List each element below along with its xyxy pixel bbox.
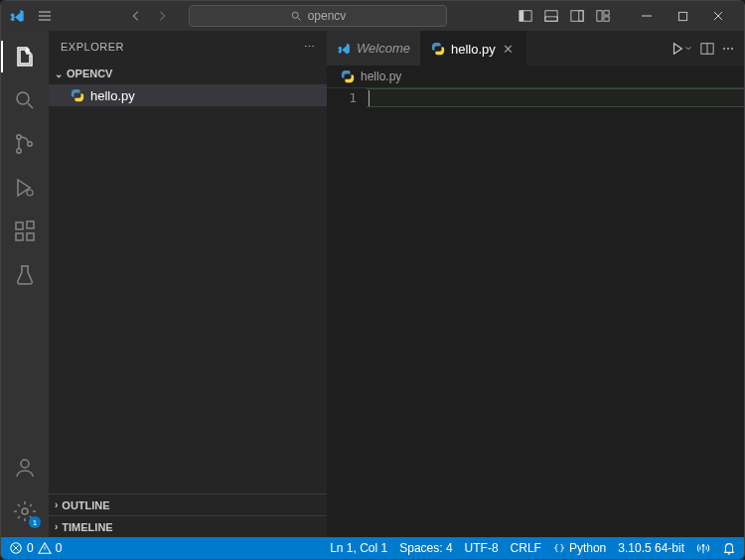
chevron-down-icon: ⌄ — [55, 69, 63, 79]
command-center-search[interactable]: opencv — [189, 5, 447, 27]
vscode-logo-icon — [9, 8, 25, 24]
file-tree-item[interactable]: hello.py — [49, 84, 327, 106]
layout-customize-icon[interactable] — [593, 6, 613, 26]
file-name: hello.py — [90, 88, 135, 103]
activity-accounts[interactable] — [1, 448, 49, 488]
python-file-icon — [341, 70, 355, 83]
sidebar-title: EXPLORER — [61, 41, 124, 53]
svg-rect-3 — [545, 11, 557, 22]
status-eol[interactable]: CRLF — [511, 541, 541, 555]
folder-name: OPENCV — [67, 68, 112, 79]
search-text: opencv — [308, 9, 347, 23]
line-number: 1 — [327, 88, 357, 107]
sidebar: EXPLORER ⋯ ⌄ OPENCV hello.py › OUTLINE ›… — [49, 31, 327, 537]
line-gutter: 1 — [327, 88, 367, 537]
timeline-label: TIMELINE — [62, 521, 112, 533]
error-count: 0 — [27, 541, 34, 555]
window-close-button[interactable] — [700, 1, 736, 31]
svg-rect-2 — [520, 11, 523, 22]
status-cursor-position[interactable]: Ln 1, Col 1 — [330, 541, 387, 555]
split-editor-button[interactable] — [700, 42, 714, 56]
tab-close-button[interactable]: ✕ — [502, 42, 516, 57]
activity-run-debug[interactable] — [1, 168, 49, 208]
sidebar-more-button[interactable]: ⋯ — [304, 41, 316, 54]
run-button[interactable] — [670, 42, 692, 56]
svg-point-13 — [17, 149, 21, 153]
python-file-icon — [71, 88, 84, 102]
status-language-label: Python — [569, 541, 606, 555]
svg-rect-17 — [16, 233, 23, 240]
error-icon — [9, 541, 23, 555]
activity-extensions[interactable] — [1, 211, 49, 251]
tab-label: Welcome — [357, 41, 410, 56]
radio-tower-icon — [696, 541, 710, 555]
breadcrumb-file: hello.py — [361, 70, 401, 83]
warning-icon — [38, 541, 52, 555]
status-interpreter[interactable]: 3.10.5 64-bit — [618, 541, 684, 555]
activity-bar: 1 — [1, 31, 49, 537]
python-file-icon — [431, 42, 445, 56]
layout-sidebar-right-icon[interactable] — [567, 6, 587, 26]
tab-label: hello.py — [451, 42, 496, 57]
layout-sidebar-left-icon[interactable] — [516, 6, 535, 26]
svg-point-20 — [21, 460, 29, 468]
outline-section[interactable]: › OUTLINE — [49, 493, 327, 515]
svg-rect-7 — [597, 11, 602, 22]
svg-rect-16 — [16, 222, 23, 229]
tab-welcome[interactable]: Welcome — [327, 31, 421, 66]
editor-area: Welcome hello.py ✕ ⋯ — [327, 31, 744, 537]
menu-button[interactable] — [33, 8, 57, 24]
code-editor[interactable]: 1 — [327, 87, 744, 537]
chevron-right-icon: › — [55, 499, 58, 510]
status-language[interactable]: Python — [553, 541, 606, 555]
status-indentation[interactable]: Spaces: 4 — [399, 541, 452, 555]
nav-back-button[interactable] — [125, 9, 147, 23]
window-maximize-button[interactable] — [665, 1, 700, 31]
activity-settings[interactable]: 1 — [1, 491, 49, 531]
svg-rect-6 — [579, 11, 583, 22]
svg-point-0 — [292, 12, 298, 18]
svg-rect-10 — [678, 12, 686, 20]
svg-rect-5 — [571, 11, 583, 22]
breadcrumb[interactable]: hello.py — [327, 66, 744, 87]
status-notifications-button[interactable] — [722, 541, 736, 555]
status-feedback-button[interactable] — [696, 541, 710, 555]
status-encoding[interactable]: UTF-8 — [465, 541, 499, 555]
svg-point-14 — [28, 142, 32, 146]
svg-rect-18 — [27, 233, 34, 240]
titlebar: opencv — [1, 1, 744, 31]
settings-badge-icon: 1 — [29, 516, 41, 528]
folder-header[interactable]: ⌄ OPENCV — [49, 63, 327, 84]
nav-forward-button[interactable] — [151, 9, 173, 23]
vscode-icon — [337, 42, 351, 56]
svg-point-21 — [22, 508, 28, 514]
window-minimize-button[interactable] — [629, 1, 665, 31]
text-cursor — [369, 90, 370, 106]
activity-explorer[interactable] — [1, 37, 49, 76]
outline-label: OUTLINE — [62, 499, 109, 511]
timeline-section[interactable]: › TIMELINE — [49, 515, 327, 537]
tab-bar: Welcome hello.py ✕ ⋯ — [327, 31, 744, 66]
layout-panel-icon[interactable] — [541, 6, 561, 26]
activity-testing[interactable] — [1, 255, 49, 295]
svg-rect-4 — [545, 17, 557, 21]
language-braces-icon — [553, 542, 565, 554]
editor-more-button[interactable]: ⋯ — [722, 42, 734, 56]
svg-point-11 — [17, 92, 29, 104]
current-line-highlight — [367, 88, 744, 107]
activity-search[interactable] — [1, 80, 49, 120]
status-problems[interactable]: 0 0 — [9, 541, 62, 555]
status-bar: 0 0 Ln 1, Col 1 Spaces: 4 UTF-8 CRLF Pyt… — [1, 537, 744, 559]
warning-count: 0 — [56, 541, 63, 555]
bell-icon — [722, 541, 736, 555]
svg-rect-19 — [27, 221, 34, 228]
chevron-right-icon: › — [55, 521, 58, 532]
svg-rect-8 — [604, 11, 609, 15]
svg-rect-9 — [604, 17, 609, 21]
search-icon — [290, 10, 302, 22]
svg-point-24 — [702, 544, 705, 547]
tab-hello-py[interactable]: hello.py ✕ — [421, 31, 526, 66]
svg-point-12 — [17, 135, 21, 139]
activity-source-control[interactable] — [1, 124, 49, 164]
svg-point-15 — [27, 190, 33, 196]
